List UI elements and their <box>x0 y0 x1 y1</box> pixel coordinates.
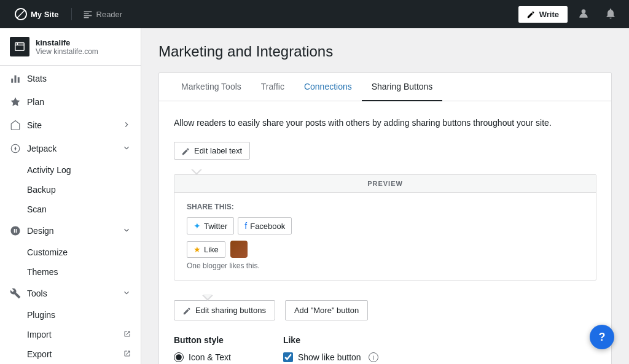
svg-rect-1 <box>15 43 24 51</box>
share-this-label: SHARE THIS: <box>187 203 584 211</box>
backup-label: Backup <box>27 185 56 195</box>
sidebar-item-backup[interactable]: Backup <box>0 180 141 199</box>
avatar-icon[interactable] <box>572 7 595 21</box>
radio-icon-text-input[interactable] <box>174 352 184 362</box>
info-icon[interactable]: i <box>369 352 378 362</box>
sidebar-item-plan[interactable]: Plan <box>0 90 141 114</box>
my-site-logo[interactable]: My Site <box>7 8 66 20</box>
twitter-label: Twitter <box>204 222 227 231</box>
site-chevron <box>122 120 131 131</box>
activity-log-label: Activity Log <box>27 165 71 175</box>
write-button[interactable]: Write <box>518 6 568 23</box>
jetpack-label: Jetpack <box>27 144 57 153</box>
stats-label: Stats <box>27 74 131 83</box>
help-button[interactable]: ? <box>590 325 614 349</box>
tab-connections[interactable]: Connections <box>294 73 362 101</box>
tools-chevron <box>122 288 131 299</box>
add-more-button[interactable]: Add "More" button <box>285 300 368 320</box>
svg-point-3 <box>15 148 17 150</box>
sidebar-item-export[interactable]: Export <box>0 344 141 364</box>
site-icon <box>10 37 29 56</box>
facebook-label: Facebook <box>250 222 285 231</box>
tools-label: Tools <box>27 288 47 298</box>
notifications-icon[interactable] <box>600 7 622 21</box>
edit-label-button[interactable]: Edit label text <box>174 142 250 160</box>
tab-traffic[interactable]: Traffic <box>251 73 294 101</box>
show-like-input[interactable] <box>283 352 293 362</box>
sidebar-item-plugins[interactable]: Plugins <box>0 305 141 325</box>
sidebar-item-stats[interactable]: Stats <box>0 67 141 90</box>
share-buttons-row: ✦ Twitter f Facebook <box>187 217 584 234</box>
show-like-checkbox[interactable]: Show like button i <box>283 352 378 362</box>
plan-label: Plan <box>27 97 131 107</box>
page-title: Marketing and Integrations <box>158 43 612 60</box>
tab-sharing-buttons[interactable]: Sharing Buttons <box>362 73 443 101</box>
sidebar-item-themes[interactable]: Themes <box>0 262 141 282</box>
site-label: Site <box>27 120 42 130</box>
edit-sharing-button[interactable]: Edit sharing buttons <box>174 300 275 320</box>
import-label: Import <box>27 330 52 339</box>
content-body: Allow readers to easily share your posts… <box>159 101 611 364</box>
design-chevron <box>122 226 131 236</box>
facebook-share-button[interactable]: f Facebook <box>238 217 292 234</box>
tabs: Marketing Tools Traffic Connections Shar… <box>159 73 611 101</box>
button-style-heading: Button style <box>174 335 246 345</box>
main-card: Marketing Tools Traffic Connections Shar… <box>158 72 612 364</box>
site-url[interactable]: View kinstalife.com <box>36 47 98 56</box>
radio-group: Icon & Text Icon Only Text Only <box>174 352 246 364</box>
like-row: ★ Like <box>187 241 584 258</box>
design-label: Design <box>27 226 54 236</box>
like-button[interactable]: ★ Like <box>187 241 225 258</box>
twitter-share-button[interactable]: ✦ Twitter <box>187 217 234 234</box>
topbar-divider <box>71 8 72 20</box>
jetpack-chevron <box>122 144 131 154</box>
sidebar-item-import[interactable]: Import <box>0 325 141 344</box>
sidebar: kinstalife View kinstalife.com Stats Pla… <box>0 28 141 364</box>
reader-nav[interactable]: Reader <box>77 9 129 19</box>
facebook-icon: f <box>244 221 247 231</box>
edit-sharing-btn-text: Edit sharing buttons <box>195 306 266 315</box>
preview-content: SHARE THIS: ✦ Twitter f Facebook <box>174 193 596 280</box>
scan-label: Scan <box>27 204 47 214</box>
bottom-section: Edit sharing buttons Add "More" button <box>174 300 596 320</box>
topbar: My Site Reader Write <box>0 0 629 28</box>
sidebar-item-scan[interactable]: Scan <box>0 199 141 219</box>
import-external-icon <box>123 330 131 339</box>
radio-icon-text[interactable]: Icon & Text <box>174 352 246 362</box>
preview-area: PREVIEW SHARE THIS: ✦ Twitter f Facebook <box>174 174 596 281</box>
svg-point-0 <box>582 9 586 14</box>
description: Allow readers to easily share your posts… <box>174 116 596 130</box>
export-label: Export <box>27 349 52 359</box>
add-more-btn-text: Add "More" button <box>294 306 359 315</box>
show-like-label: Show like button <box>298 352 361 362</box>
tab-marketing-tools[interactable]: Marketing Tools <box>171 73 251 101</box>
edit-label-btn-text: Edit label text <box>194 146 242 155</box>
like-label: Like <box>204 245 219 254</box>
sidebar-item-jetpack[interactable]: Jetpack <box>0 137 141 160</box>
customize-label: Customize <box>27 247 68 257</box>
like-group: Like Show like button i <box>283 335 378 364</box>
sidebar-item-customize[interactable]: Customize <box>0 242 141 262</box>
icon-text-label: Icon & Text <box>189 352 231 362</box>
sidebar-item-site[interactable]: Site <box>0 114 141 137</box>
options-row: Button style Icon & Text Icon Only <box>174 335 596 364</box>
site-name: kinstalife <box>36 38 98 47</box>
site-info[interactable]: kinstalife View kinstalife.com <box>0 28 141 66</box>
sidebar-item-tools[interactable]: Tools <box>0 282 141 305</box>
like-heading: Like <box>283 335 378 345</box>
preview-header: PREVIEW <box>174 175 596 193</box>
sidebar-item-activity-log[interactable]: Activity Log <box>0 160 141 180</box>
main-content: Marketing and Integrations Marketing Too… <box>141 28 629 364</box>
one-blogger-text: One blogger likes this. <box>187 261 584 270</box>
themes-label: Themes <box>27 267 58 277</box>
avatar-small <box>230 241 248 258</box>
plugins-label: Plugins <box>27 310 55 320</box>
help-icon: ? <box>599 331 606 344</box>
export-external-icon <box>123 349 131 359</box>
twitter-icon: ✦ <box>193 221 201 231</box>
button-style-group: Button style Icon & Text Icon Only <box>174 335 246 364</box>
star-icon: ★ <box>193 245 201 254</box>
sidebar-item-design[interactable]: Design <box>0 219 141 242</box>
